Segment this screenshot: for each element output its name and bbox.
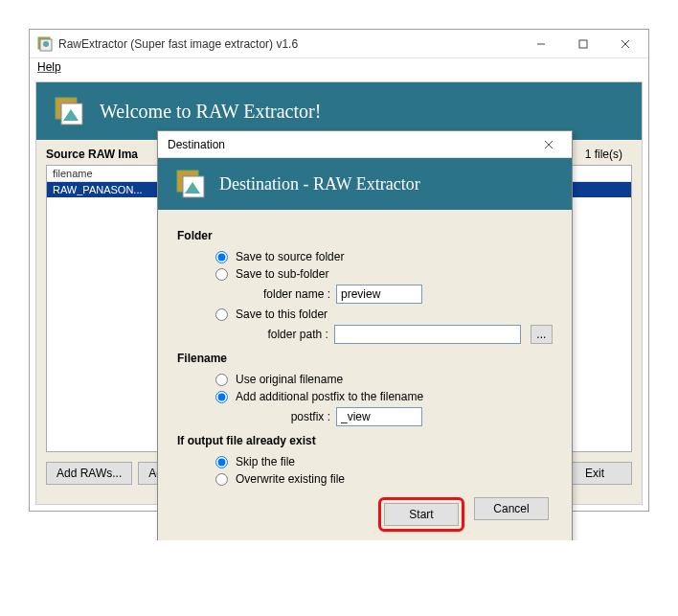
app-icon (37, 36, 53, 52)
dialog-titlebar: Destination (158, 131, 572, 158)
radio-overwrite-label: Overwrite existing file (236, 472, 345, 486)
app-icon (54, 96, 84, 126)
filename-group-label: Filename (177, 352, 553, 365)
radio-save-sub-label: Save to sub-folder (236, 267, 328, 281)
radio-save-this-label: Save to this folder (236, 308, 328, 321)
radio-save-source-label: Save to source folder (236, 250, 344, 263)
menu-help[interactable]: Help (37, 60, 61, 74)
welcome-text: Welcome to RAW Extractor! (100, 101, 321, 123)
cancel-button[interactable]: Cancel (474, 497, 549, 520)
window-title: RawExtractor (Super fast image extractor… (58, 37, 520, 51)
folder-path-label: folder path : (254, 328, 328, 341)
radio-save-source[interactable] (215, 251, 228, 263)
folder-name-input[interactable] (336, 285, 422, 304)
file-count: 1 file(s) (585, 148, 632, 161)
menu-bar: Help (30, 58, 648, 76)
dialog-title: Destination (168, 138, 530, 151)
radio-postfix[interactable] (215, 391, 228, 403)
radio-original-filename[interactable] (215, 374, 228, 386)
close-button[interactable] (604, 31, 646, 57)
svg-rect-4 (579, 40, 587, 48)
minimize-button[interactable] (520, 31, 562, 57)
postfix-input[interactable] (336, 407, 422, 426)
postfix-label: postfix : (254, 410, 330, 423)
add-raws-button[interactable]: Add RAWs... (46, 462, 132, 485)
dialog-banner: Destination - RAW Extractor (158, 158, 572, 210)
dialog-body: Folder Save to source folder Save to sub… (158, 210, 572, 540)
radio-skip-label: Skip the file (236, 455, 295, 468)
app-icon (175, 169, 206, 199)
folder-path-input[interactable] (334, 325, 521, 344)
maximize-button[interactable] (562, 31, 604, 57)
exist-group-label: If output file already exist (177, 434, 553, 447)
start-button[interactable]: Start (384, 503, 459, 526)
titlebar: RawExtractor (Super fast image extractor… (30, 30, 648, 58)
folder-group-label: Folder (177, 229, 553, 242)
radio-original-filename-label: Use original filename (236, 373, 343, 386)
radio-postfix-label: Add additional postfix to the filename (236, 390, 423, 403)
browse-button[interactable]: ... (531, 325, 553, 344)
dialog-close-button[interactable] (530, 132, 568, 157)
radio-save-sub[interactable] (215, 268, 228, 281)
radio-skip[interactable] (215, 456, 228, 468)
destination-dialog: Destination Destination - RAW Extractor … (157, 130, 573, 540)
folder-name-label: folder name : (254, 287, 330, 301)
radio-save-this[interactable] (215, 308, 228, 321)
main-window: RawExtractor (Super fast image extractor… (29, 29, 649, 512)
radio-overwrite[interactable] (215, 473, 228, 486)
svg-point-2 (43, 41, 49, 47)
start-highlight: Start (378, 497, 464, 532)
dialog-banner-text: Destination - RAW Extractor (219, 174, 420, 194)
